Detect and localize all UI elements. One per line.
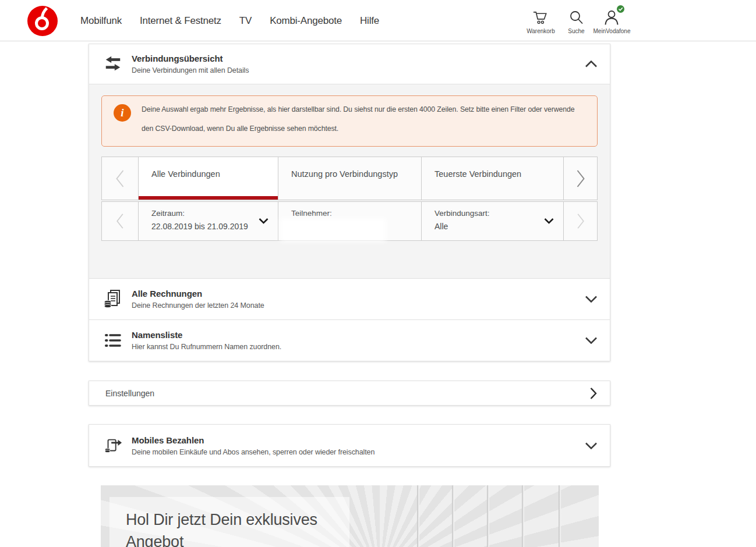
overview-title: Verbindungsübersicht — [132, 54, 249, 63]
invoices-title: Alle Rechnungen — [132, 289, 264, 299]
connection-overview-body: i Deine Auswahl ergab mehr Ergebnisse, a… — [89, 84, 610, 278]
filter-bar: Zeitraum: 22.08.2019 bis 21.09.2019 Teil… — [101, 201, 598, 241]
tab-alle-verbindungen[interactable]: Alle Verbindungen — [138, 157, 278, 200]
tabs-scroll-left-button[interactable] — [102, 157, 138, 200]
namelist-subtitle: Hier kannst Du Rufnummern Namen zuordnen… — [132, 343, 281, 351]
chevron-left-icon — [115, 169, 125, 188]
account-button[interactable]: MeinVodafone — [594, 8, 630, 34]
mobile-pay-subtitle: Deine mobilen Einkäufe und Abos ansehen,… — [132, 448, 375, 456]
chevron-down-icon — [259, 218, 269, 225]
banner-text-panel: Hol Dir jetzt Dein exklusives Angebot — [109, 497, 349, 547]
namelist-title: Namensliste — [132, 330, 281, 340]
filter-zeitraum-dropdown[interactable]: Zeitraum: 22.08.2019 bis 21.09.2019 — [138, 202, 278, 240]
nav-item-tv[interactable]: TV — [239, 15, 252, 27]
settings-label: Einstellungen — [105, 389, 154, 398]
tabs-scroll-right-button[interactable] — [563, 157, 597, 200]
banner-ribbon-divider — [417, 485, 419, 547]
report-tabs: Alle Verbindungen Nutzung pro Verbindung… — [101, 157, 598, 200]
chevron-right-icon — [576, 169, 585, 188]
cart-label: Warenkorb — [527, 28, 555, 34]
section-mobiles-bezahlen[interactable]: Mobiles Bezahlen Deine mobilen Einkäufe … — [89, 425, 610, 466]
nav-item-internet-festnetz[interactable]: Internet & Festnetz — [140, 15, 221, 27]
filters-scroll-right-button[interactable] — [563, 202, 597, 240]
chevron-left-icon — [116, 213, 124, 229]
bullet-list-icon — [103, 332, 123, 349]
chevron-down-icon — [544, 218, 554, 225]
user-icon — [603, 8, 621, 25]
tab-nutzung-pro-verbindungstyp[interactable]: Nutzung pro Verbindungstyp — [278, 157, 421, 200]
filter-teilnehmer-label: Teilnehmer: — [291, 209, 421, 218]
results-limit-notice: i Deine Auswahl ergab mehr Ergebnisse, a… — [101, 95, 598, 147]
banner-title-line1: Hol Dir jetzt Dein exklusives — [126, 509, 349, 531]
search-label: Suche — [568, 28, 584, 34]
section-connection-overview-header[interactable]: Verbindungsübersicht Deine Verbindungen … — [89, 44, 610, 84]
chevron-right-icon[interactable] — [590, 388, 597, 399]
filter-teilnehmer-dropdown[interactable]: Teilnehmer: — [278, 202, 421, 240]
top-navigation-bar: Mobilfunk Internet & Festnetz TV Kombi-A… — [0, 0, 756, 41]
logged-in-check-icon — [617, 5, 624, 13]
cart-button[interactable]: Warenkorb — [523, 8, 559, 34]
account-label: MeinVodafone — [594, 28, 631, 34]
chevron-right-icon — [577, 213, 585, 229]
chevron-down-icon[interactable] — [585, 337, 597, 344]
settings-card[interactable]: Einstellungen — [89, 381, 610, 406]
invoice-coins-icon — [103, 289, 123, 309]
mobile-pay-card: Mobiles Bezahlen Deine mobilen Einkäufe … — [89, 424, 610, 467]
section-namensliste[interactable]: Namensliste Hier kannst Du Rufnummern Na… — [89, 319, 610, 361]
mobile-pay-title: Mobiles Bezahlen — [132, 435, 375, 445]
banner-ribbon-divider — [559, 485, 561, 547]
info-icon: i — [114, 104, 131, 122]
banner-ribbon-divider — [487, 485, 489, 547]
cart-icon — [532, 8, 549, 25]
namelist-texts: Namensliste Hier kannst Du Rufnummern Na… — [132, 330, 281, 351]
notice-text: Deine Auswahl ergab mehr Ergebnisse, als… — [142, 96, 583, 138]
nav-item-mobilfunk[interactable]: Mobilfunk — [80, 15, 122, 27]
banner-ribbon-divider — [452, 485, 454, 547]
filter-zeitraum-label: Zeitraum: — [151, 209, 278, 218]
overview-subtitle: Deine Verbindungen mit allen Details — [132, 66, 249, 74]
banner-title: Hol Dir jetzt Dein exklusives Angebot — [109, 497, 349, 547]
filter-verbindungsart-dropdown[interactable]: Verbindungsart: Alle — [421, 202, 563, 240]
section-alle-rechnungen[interactable]: Alle Rechnungen Deine Rechnungen der let… — [89, 278, 610, 319]
promo-banner[interactable]: Hol Dir jetzt Dein exklusives Angebot — [101, 485, 599, 547]
overview-header-texts: Verbindungsübersicht Deine Verbindungen … — [132, 54, 249, 74]
transfer-arrows-icon — [103, 55, 123, 73]
nav-item-kombi-angebote[interactable]: Kombi-Angebote — [270, 15, 342, 27]
banner-ribbon-divider — [522, 485, 524, 547]
invoices-texts: Alle Rechnungen Deine Rechnungen der let… — [132, 289, 264, 310]
chevron-down-icon[interactable] — [585, 296, 597, 303]
tab-teuerste-verbindungen[interactable]: Teuerste Verbindungen — [421, 157, 563, 200]
redacted-teilnehmer-value — [283, 221, 383, 239]
nav-item-hilfe[interactable]: Hilfe — [360, 15, 379, 27]
chevron-up-icon[interactable] — [585, 61, 597, 68]
main-nav: Mobilfunk Internet & Festnetz TV Kombi-A… — [80, 0, 379, 41]
vodafone-logo-icon[interactable] — [27, 6, 58, 36]
accordion-card: Verbindungsübersicht Deine Verbindungen … — [89, 44, 610, 361]
mobile-pay-texts: Mobiles Bezahlen Deine mobilen Einkäufe … — [132, 435, 375, 456]
search-icon — [569, 8, 584, 25]
search-button[interactable]: Suche — [559, 8, 594, 34]
filters-scroll-left-button[interactable] — [102, 202, 138, 240]
invoices-subtitle: Deine Rechnungen der letzten 24 Monate — [132, 301, 264, 310]
banner-title-line2: Angebot — [126, 531, 349, 547]
mobile-payment-icon — [103, 437, 123, 454]
main-content: Verbindungsübersicht Deine Verbindungen … — [89, 44, 610, 547]
filter-verbindungsart-label: Verbindungsart: — [434, 209, 563, 218]
header-actions: Warenkorb Suche — [523, 8, 630, 34]
chevron-down-icon[interactable] — [585, 442, 597, 449]
